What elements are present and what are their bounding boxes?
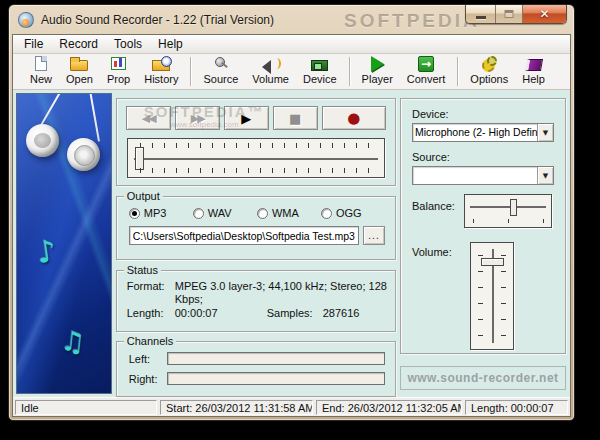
toolbar-separator bbox=[457, 57, 458, 86]
length-label: Length: bbox=[127, 307, 175, 319]
screenshot-background: Audio Sound Recorder - 1.22 (Trial Versi… bbox=[0, 0, 600, 440]
content-area: ♪ ♫ ♪ ◀◀ ▶▶ bbox=[13, 90, 570, 397]
fast-forward-button[interactable]: ▶▶ bbox=[175, 106, 220, 130]
length-row: Length: 00:00:07 Samples: 287616 bbox=[127, 307, 387, 319]
format-value: MPEG 3.0 layer-3; 44,100 kHz; Stereo; 12… bbox=[175, 280, 387, 305]
earbud-icon bbox=[67, 138, 100, 171]
device-select-value: Microphone (2- High Definiti bbox=[413, 124, 537, 141]
play-triangle-icon bbox=[371, 56, 384, 72]
sound-card-icon bbox=[311, 60, 328, 71]
format-row: Format: MPEG 3.0 layer-3; 44,100 kHz; St… bbox=[127, 280, 387, 305]
chevron-down-icon: ▼ bbox=[543, 129, 548, 137]
toolbar-separator bbox=[190, 57, 191, 86]
source-dropdown-button[interactable]: ▼ bbox=[537, 167, 553, 184]
history-folder-clock-icon bbox=[152, 60, 170, 71]
browse-button[interactable]: ... bbox=[363, 226, 385, 245]
radio-ogg[interactable]: OGG bbox=[321, 207, 385, 219]
music-note-icon: ♫ bbox=[59, 325, 86, 358]
stop-button[interactable]: ■ bbox=[273, 106, 318, 130]
earbud-wire bbox=[88, 93, 100, 142]
toolbar-new-button[interactable]: New bbox=[23, 54, 59, 89]
main-column: ◀◀ ▶▶ ▶ ■ ● bbox=[116, 93, 396, 397]
seek-slider[interactable] bbox=[127, 138, 385, 178]
format-radio-row: MP3 WAV WMA bbox=[129, 207, 385, 219]
source-select[interactable]: ▼ bbox=[412, 166, 554, 185]
maximize-icon bbox=[505, 10, 514, 18]
gears-icon bbox=[481, 56, 497, 72]
sidebar-artwork: ♪ ♫ ♪ bbox=[16, 93, 112, 394]
maximize-button[interactable] bbox=[496, 5, 523, 23]
seek-slider-thumb[interactable] bbox=[135, 147, 144, 170]
toolbar-player-button[interactable]: Player bbox=[355, 54, 400, 89]
toolbar-source-button[interactable]: Source bbox=[196, 54, 245, 89]
output-path-input[interactable] bbox=[129, 226, 359, 245]
balance-label: Balance: bbox=[412, 194, 464, 228]
new-document-icon bbox=[35, 56, 47, 71]
volume-row: Volume: bbox=[412, 242, 554, 350]
rewind-button[interactable]: ◀◀ bbox=[126, 106, 171, 130]
transport-group: ◀◀ ▶▶ ▶ ■ ● bbox=[116, 98, 396, 186]
close-icon: ✕ bbox=[523, 5, 566, 23]
toolbar-convert-button[interactable]: → Convert bbox=[400, 54, 453, 89]
group-label: Output bbox=[124, 190, 163, 202]
length-value: 00:00:07 bbox=[175, 307, 267, 319]
output-group: Output MP3 WAV bbox=[116, 196, 396, 260]
slider-ticks bbox=[478, 255, 483, 341]
toolbar-help-button[interactable]: Help bbox=[515, 54, 552, 89]
open-folder-icon bbox=[70, 60, 88, 71]
status-group: Status Format: MPEG 3.0 layer-3; 44,100 … bbox=[116, 270, 396, 332]
slider-tick bbox=[508, 219, 509, 223]
minimize-icon bbox=[476, 16, 486, 19]
chevron-down-icon: ▼ bbox=[543, 172, 548, 180]
play-button[interactable]: ▶ bbox=[224, 106, 269, 130]
stop-icon: ■ bbox=[289, 111, 301, 126]
toolbar: New Open Prop History Source bbox=[13, 54, 570, 90]
right-channel-meter bbox=[167, 372, 385, 385]
properties-icon bbox=[111, 57, 126, 70]
client-area: File Record Tools Help New Open Prop bbox=[12, 34, 571, 417]
toolbar-volume-button[interactable]: Volume bbox=[245, 54, 296, 89]
source-select-value bbox=[413, 167, 537, 184]
toolbar-history-button[interactable]: History bbox=[137, 54, 185, 89]
speaker-icon bbox=[262, 56, 280, 72]
toolbar-open-button[interactable]: Open bbox=[59, 54, 100, 89]
radio-wav[interactable]: WAV bbox=[193, 207, 257, 219]
source-label: Source: bbox=[412, 151, 554, 163]
radio-button-icon bbox=[129, 208, 140, 219]
device-dropdown-button[interactable]: ▼ bbox=[537, 124, 553, 141]
book-icon bbox=[525, 59, 543, 71]
slider-tick bbox=[473, 219, 474, 223]
balance-slider-thumb[interactable] bbox=[510, 199, 517, 216]
slider-track bbox=[470, 206, 546, 208]
slider-ticks bbox=[501, 255, 506, 341]
statusbar: Idle Start: 26/03/2012 11:31:58 AM End: … bbox=[13, 397, 570, 416]
balance-slider[interactable] bbox=[464, 194, 552, 228]
toolbar-device-button[interactable]: Device bbox=[296, 54, 344, 89]
device-select[interactable]: Microphone (2- High Definiti ▼ bbox=[412, 123, 554, 142]
radio-button-icon bbox=[257, 208, 268, 219]
titlebar[interactable]: Audio Sound Recorder - 1.22 (Trial Versi… bbox=[9, 5, 574, 34]
menu-tools[interactable]: Tools bbox=[106, 35, 150, 53]
menu-file[interactable]: File bbox=[16, 35, 51, 53]
record-button[interactable]: ● bbox=[322, 106, 386, 130]
group-label: Channels bbox=[124, 335, 176, 347]
menu-record[interactable]: Record bbox=[51, 35, 106, 53]
toolbar-prop-button[interactable]: Prop bbox=[100, 54, 137, 89]
toolbar-options-button[interactable]: Options bbox=[463, 54, 515, 89]
close-button[interactable]: ✕ bbox=[523, 5, 566, 23]
radio-mp3[interactable]: MP3 bbox=[129, 207, 193, 219]
radio-wma[interactable]: WMA bbox=[257, 207, 321, 219]
transport-buttons: ◀◀ ▶▶ ▶ ■ ● bbox=[126, 106, 386, 130]
minimize-button[interactable] bbox=[466, 5, 496, 23]
volume-slider[interactable] bbox=[470, 242, 514, 350]
menu-help[interactable]: Help bbox=[150, 35, 191, 53]
output-path-row: ... bbox=[129, 226, 385, 245]
samples-value: 287616 bbox=[323, 307, 360, 319]
left-channel-row: Left: bbox=[129, 352, 385, 365]
play-icon: ▶ bbox=[241, 111, 251, 126]
statusbar-length: Length: 00:00:07 bbox=[465, 400, 568, 415]
slider-track bbox=[134, 158, 378, 160]
channels-group: Channels Left: Right: bbox=[116, 341, 396, 397]
softpedia-watermark: SOFTPEDIA bbox=[344, 10, 480, 32]
convert-arrow-icon: → bbox=[418, 56, 434, 72]
